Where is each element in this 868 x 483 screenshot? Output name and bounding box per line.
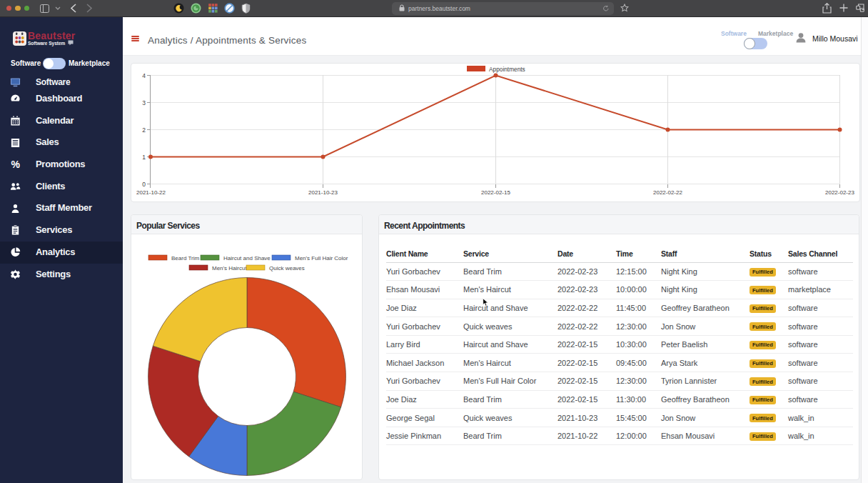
svg-text:2021-10-23: 2021-10-23 <box>308 189 338 196</box>
svg-text:1: 1 <box>142 154 146 161</box>
svg-text:0: 0 <box>142 181 146 188</box>
svg-text:Quick weaves: Quick weaves <box>269 265 305 272</box>
svg-text:4: 4 <box>142 72 146 79</box>
svg-text:3: 3 <box>142 99 146 106</box>
svg-text:2022-02-22: 2022-02-22 <box>653 189 682 196</box>
svg-text:Men's Haircut: Men's Haircut <box>212 265 247 272</box>
svg-text:2: 2 <box>142 126 146 134</box>
svg-text:2022-02-15: 2022-02-15 <box>481 189 510 196</box>
svg-text:2021-10-22: 2021-10-22 <box>136 189 166 196</box>
svg-text:Appointments: Appointments <box>489 66 525 73</box>
svg-text:2022-02-23: 2022-02-23 <box>825 189 854 196</box>
svg-text:Haircut and Shave: Haircut and Shave <box>223 255 271 262</box>
svg-text:Beard Trim: Beard Trim <box>171 255 199 262</box>
svg-text:Men's Full Hair Color: Men's Full Hair Color <box>295 255 348 262</box>
